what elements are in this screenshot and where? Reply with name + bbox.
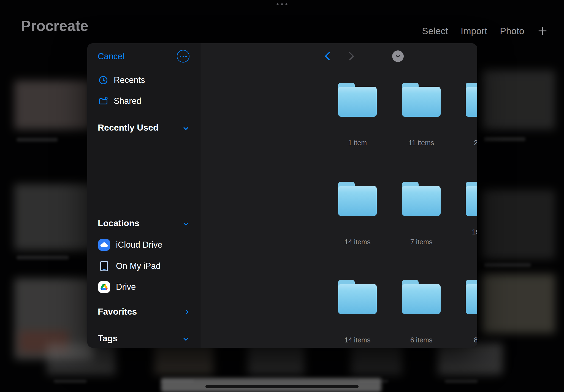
clock-icon xyxy=(98,75,108,85)
sidebar-item-label: iCloud Drive xyxy=(116,240,162,250)
shared-folder-icon xyxy=(98,96,108,106)
folder-item[interactable]: 19 items xyxy=(455,182,477,216)
chevron-right-icon[interactable] xyxy=(183,308,191,317)
select-button[interactable]: Select xyxy=(422,26,448,36)
section-tags: Tags xyxy=(98,333,118,344)
sidebar-item-label: Drive xyxy=(116,282,136,292)
gallery-actions: Select Import Photo xyxy=(422,25,548,36)
back-icon[interactable] xyxy=(322,50,334,62)
folder-icon xyxy=(402,280,441,314)
chevron-down-icon[interactable] xyxy=(182,125,190,133)
folder-item-count: 7 items xyxy=(391,238,452,246)
sidebar-item-label: Recents xyxy=(114,75,145,85)
folder-item-count: 2 items xyxy=(455,139,477,147)
chevron-down-icon[interactable] xyxy=(182,220,190,229)
folder-item-count: 11 items xyxy=(391,139,452,147)
sidebar-item-google-drive[interactable]: Drive xyxy=(98,280,136,294)
sidebar-item-shared[interactable]: Shared xyxy=(98,96,141,107)
files-picker-dialog: Cancel Recents Shared Recently Used Loca… xyxy=(87,43,477,348)
folder-icon xyxy=(466,280,477,314)
folder-item-count: 14 items xyxy=(327,336,388,344)
folder-item-count: 19 items xyxy=(455,228,477,236)
sidebar-item-label: Shared xyxy=(114,96,141,106)
folder-item[interactable]: 7 items xyxy=(391,182,452,216)
folder-icon xyxy=(466,182,477,216)
home-indicator[interactable] xyxy=(205,385,359,388)
sidebar-item-label: On My iPad xyxy=(116,261,161,271)
icloud-drive-icon xyxy=(98,239,110,251)
google-drive-icon xyxy=(98,281,110,293)
picker-sidebar: Cancel Recents Shared Recently Used Loca… xyxy=(87,43,201,348)
folder-item[interactable]: 1 item xyxy=(327,83,388,117)
folder-item-count: 14 items xyxy=(327,238,388,246)
folder-item[interactable]: 11 items xyxy=(391,83,452,117)
page-title: Procreate xyxy=(21,17,88,34)
more-options-icon[interactable] xyxy=(177,50,189,63)
folder-item[interactable]: 2 items xyxy=(455,83,477,117)
photo-button[interactable]: Photo xyxy=(500,26,524,36)
sidebar-item-icloud-drive[interactable]: iCloud Drive xyxy=(98,238,162,252)
folder-item[interactable]: 14 items xyxy=(327,280,388,314)
add-canvas-icon[interactable] xyxy=(537,25,548,36)
ipad-icon xyxy=(98,260,110,272)
folder-icon xyxy=(402,182,441,216)
screen: Procreate Select Import Photo Cancel Rec… xyxy=(0,0,564,392)
folder-item-count: 6 items xyxy=(391,336,452,344)
folder-item[interactable]: 8 items xyxy=(455,280,477,314)
sidebar-item-on-my-ipad[interactable]: On My iPad xyxy=(98,259,161,273)
folder-icon xyxy=(402,83,441,117)
sidebar-item-recents[interactable]: Recents xyxy=(98,75,145,86)
pull-down-menu-icon[interactable] xyxy=(392,50,404,62)
folder-icon xyxy=(466,83,477,117)
forward-icon[interactable] xyxy=(345,50,357,62)
folder-icon xyxy=(338,182,377,216)
folder-item[interactable]: 6 items xyxy=(391,280,452,314)
folder-item-count: 1 item xyxy=(327,139,388,147)
folder-item[interactable]: 14 items xyxy=(327,182,388,216)
folder-icon xyxy=(338,280,377,314)
folder-item-count: 8 items xyxy=(455,336,477,344)
section-recently-used: Recently Used xyxy=(98,123,159,133)
import-button[interactable]: Import xyxy=(461,26,487,36)
chevron-down-icon[interactable] xyxy=(182,335,190,344)
section-favorites: Favorites xyxy=(98,307,137,317)
cancel-button[interactable]: Cancel xyxy=(98,52,124,61)
section-locations: Locations xyxy=(98,218,139,228)
folder-icon xyxy=(338,83,377,117)
picker-content: 1 item 11 items 2 items xyxy=(201,43,477,348)
multitasking-handle[interactable] xyxy=(277,3,288,5)
